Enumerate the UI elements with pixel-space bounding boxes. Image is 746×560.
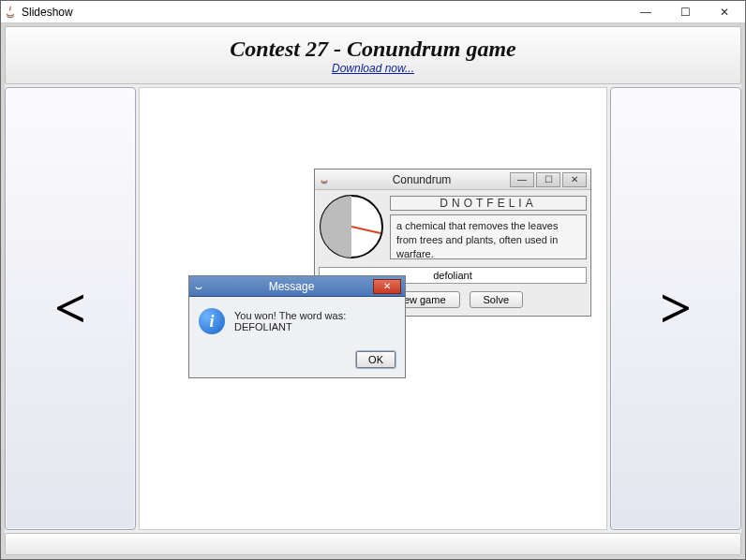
- slideshow-header: Contest 27 - Conundrum game Download now…: [5, 26, 741, 84]
- ok-button[interactable]: OK: [356, 351, 395, 368]
- info-icon: i: [199, 308, 225, 334]
- message-title: Message: [210, 280, 373, 293]
- message-titlebar[interactable]: Message ✕: [189, 276, 405, 297]
- message-dialog[interactable]: Message ✕ i You won! The word was: DEFOL…: [188, 275, 406, 378]
- message-text: You won! The word was: DEFOLIANT: [234, 310, 395, 332]
- window-title: Slideshow: [22, 6, 627, 19]
- message-close-button[interactable]: ✕: [373, 279, 401, 294]
- timer-pie-icon: [319, 194, 384, 259]
- next-button[interactable]: >: [610, 87, 741, 530]
- java-icon: [319, 173, 332, 186]
- prev-button[interactable]: <: [5, 87, 136, 530]
- clue-text: a chemical that removes the leaves from …: [390, 214, 587, 259]
- content-frame: Contest 27 - Conundrum game Download now…: [1, 23, 745, 559]
- app-window: Slideshow — ☐ ✕ Contest 27 - Conundrum g…: [0, 0, 746, 560]
- close-button[interactable]: ✕: [706, 3, 743, 22]
- solve-button[interactable]: Solve: [470, 291, 524, 308]
- conundrum-minimize-button[interactable]: —: [510, 172, 534, 187]
- conundrum-titlebar[interactable]: Conundrum — ☐ ✕: [315, 169, 590, 190]
- conundrum-window-controls: — ☐ ✕: [508, 172, 587, 187]
- minimize-button[interactable]: —: [627, 3, 664, 22]
- anagram-display: DNOTFELIA: [390, 196, 587, 211]
- java-icon: [3, 5, 18, 20]
- conundrum-title: Conundrum: [336, 173, 508, 186]
- conundrum-close-button[interactable]: ✕: [562, 172, 587, 187]
- slide-stage: Conundrum — ☐ ✕: [139, 87, 607, 530]
- window-control-group: — ☐ ✕: [627, 3, 743, 22]
- chevron-right-icon: >: [660, 276, 692, 341]
- window-titlebar[interactable]: Slideshow — ☐ ✕: [1, 1, 745, 23]
- conundrum-maximize-button[interactable]: ☐: [536, 172, 560, 187]
- java-icon: [193, 280, 206, 293]
- chevron-left-icon: <: [54, 276, 86, 341]
- main-row: < Conundrum — ☐ ✕: [5, 87, 741, 530]
- download-link[interactable]: Download now...: [332, 62, 414, 75]
- contest-title: Contest 27 - Conundrum game: [230, 37, 515, 62]
- footer-bar: [5, 533, 741, 555]
- maximize-button[interactable]: ☐: [666, 3, 704, 22]
- message-body: i You won! The word was: DEFOLIANT OK: [189, 297, 405, 377]
